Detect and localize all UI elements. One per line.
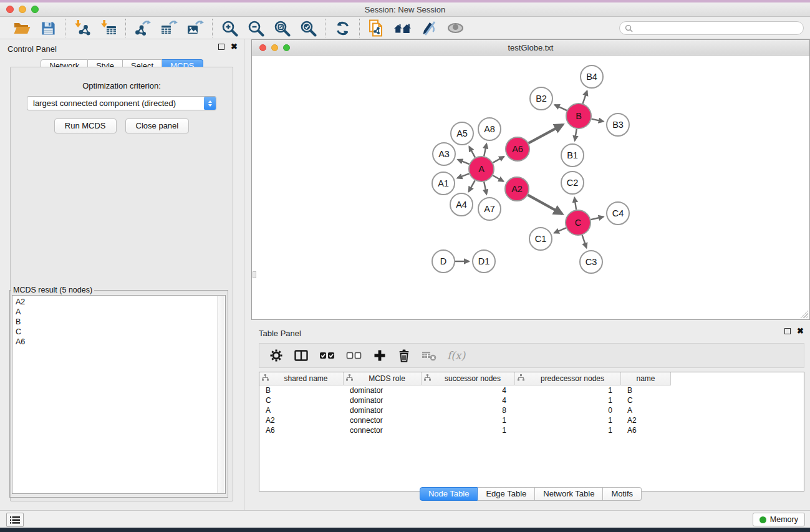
cell-mcds-role[interactable]: dominator (344, 396, 422, 405)
task-history-button[interactable] (6, 513, 24, 527)
mcds-result-item[interactable]: B (16, 317, 225, 327)
cell-predecessor-nodes[interactable]: 1 (515, 386, 621, 395)
node-A2[interactable]: A2 (505, 177, 529, 201)
edge-A6-B[interactable] (529, 125, 563, 143)
close-panel-button[interactable]: Close panel (125, 118, 190, 133)
edge-A-A2[interactable] (493, 175, 503, 181)
mcds-result-list[interactable]: A2ABCA6 (12, 295, 226, 494)
cell-predecessor-nodes[interactable]: 1 (515, 396, 621, 405)
edge-C-C3[interactable] (582, 235, 587, 248)
apply-layout-icon[interactable] (333, 19, 352, 37)
table-row-A[interactable]: Adominator80A (259, 405, 804, 415)
node-A7[interactable]: A7 (478, 198, 501, 220)
node-B4[interactable]: B4 (581, 65, 603, 88)
select-all-checkboxes-icon[interactable] (319, 347, 335, 364)
edge-A2-C[interactable] (528, 195, 562, 214)
cell-mcds-role[interactable]: connector (344, 416, 422, 425)
node-A[interactable]: A (469, 157, 494, 181)
save-session-icon[interactable] (39, 19, 57, 37)
column-header-shared-name[interactable]: shared name (259, 372, 344, 385)
edge-B-B1[interactable] (575, 129, 577, 141)
cell-successor-nodes[interactable]: 8 (422, 406, 515, 415)
hide-annotations-icon[interactable] (420, 19, 438, 37)
edge-B-B4[interactable] (583, 91, 587, 104)
cell-shared-name[interactable]: A2 (259, 416, 344, 425)
cell-name[interactable]: B (621, 386, 671, 395)
node-C4[interactable]: C4 (607, 202, 629, 225)
run-mcds-button[interactable]: Run MCDS (54, 118, 117, 133)
edge-A-A4[interactable] (469, 180, 475, 191)
criterion-dropdown[interactable]: largest connected component (directed) (27, 96, 216, 110)
memory-button[interactable]: Memory (753, 513, 805, 526)
delete-rows-trash-icon[interactable] (397, 347, 411, 364)
export-image-icon[interactable] (186, 19, 205, 37)
mcds-result-item[interactable]: A (16, 307, 225, 317)
edge-A-A5[interactable] (470, 147, 476, 158)
node-A1[interactable]: A1 (432, 172, 455, 195)
mcds-result-item[interactable]: A2 (16, 297, 225, 307)
network-graph[interactable]: AA1A2A3A4A5A6A7A8BB1B2B3B4CC1C2C3C4DD1 (253, 56, 809, 319)
export-network-icon[interactable] (133, 19, 152, 37)
node-D[interactable]: D (432, 250, 455, 273)
cell-shared-name[interactable]: B (259, 386, 344, 395)
import-network-icon[interactable] (73, 19, 92, 37)
import-table-icon[interactable] (99, 19, 118, 37)
table-row-B[interactable]: Bdominator41B (259, 385, 804, 395)
result-list-scrollbar[interactable] (217, 296, 224, 493)
mcds-result-item[interactable]: A6 (16, 337, 225, 347)
close-panel-icon[interactable]: ✖ (231, 44, 238, 50)
node-D1[interactable]: D1 (473, 250, 495, 273)
node-A3[interactable]: A3 (433, 143, 455, 165)
tab-motifs[interactable]: Motifs (603, 487, 642, 501)
cell-mcds-role[interactable]: connector (344, 426, 422, 435)
search-input[interactable] (636, 24, 798, 32)
deselect-all-checkboxes-icon[interactable] (346, 347, 362, 364)
add-row-plus-icon[interactable] (373, 347, 387, 364)
network-from-selection-icon[interactable] (367, 19, 386, 37)
edge-C-C4[interactable] (591, 217, 603, 220)
canvas-edge-grip[interactable] (253, 271, 256, 278)
column-header-name[interactable]: name (621, 372, 671, 385)
node-C[interactable]: C (566, 210, 591, 235)
column-header-predecessor-nodes[interactable]: predecessor nodes (515, 372, 621, 385)
zoom-fit-icon[interactable] (272, 19, 291, 37)
edge-A-A6[interactable] (493, 157, 504, 163)
export-table-icon[interactable] (160, 19, 178, 37)
node-A6[interactable]: A6 (506, 137, 529, 161)
node-A8[interactable]: A8 (478, 118, 501, 140)
zoom-in-icon[interactable] (220, 19, 239, 37)
cell-name[interactable]: A2 (621, 416, 671, 425)
cell-shared-name[interactable]: A (259, 406, 344, 415)
edge-A-A3[interactable] (458, 160, 469, 164)
show-column-icon[interactable] (294, 347, 309, 364)
close-table-panel-icon[interactable]: ✖ (797, 328, 804, 334)
cell-predecessor-nodes[interactable]: 0 (515, 406, 621, 415)
tab-edge-table[interactable]: Edge Table (478, 487, 535, 501)
cell-mcds-role[interactable]: dominator (344, 386, 422, 395)
table-row-A2[interactable]: A2connector11A2 (259, 415, 804, 425)
node-B1[interactable]: B1 (561, 144, 584, 167)
node-B2[interactable]: B2 (530, 87, 552, 110)
float-table-panel-icon[interactable] (784, 328, 791, 334)
column-header-mcds-role[interactable]: MCDS role (344, 372, 422, 385)
cell-shared-name[interactable]: A6 (259, 426, 344, 435)
cell-successor-nodes[interactable]: 1 (422, 416, 515, 425)
edge-A-A1[interactable] (458, 173, 470, 178)
zoom-selected-icon[interactable] (299, 19, 317, 37)
edge-B-B2[interactable] (555, 105, 567, 110)
node-A5[interactable]: A5 (451, 122, 473, 145)
edge-C-C2[interactable] (574, 198, 576, 210)
tab-node-table[interactable]: Node Table (420, 487, 478, 501)
cell-successor-nodes[interactable]: 4 (422, 386, 515, 395)
function-builder-icon[interactable]: f(x) (447, 347, 465, 364)
edge-B-B3[interactable] (592, 119, 604, 122)
table-options-gear-icon[interactable] (269, 347, 283, 364)
node-A4[interactable]: A4 (450, 193, 473, 216)
cell-predecessor-nodes[interactable]: 1 (515, 426, 621, 435)
edge-A-A7[interactable] (484, 182, 486, 195)
open-file-icon[interactable] (12, 19, 31, 37)
tab-network-table[interactable]: Network Table (535, 487, 603, 501)
cell-shared-name[interactable]: C (259, 396, 344, 405)
table-row-C[interactable]: Cdominator41C (259, 395, 804, 405)
cell-successor-nodes[interactable]: 4 (422, 396, 515, 405)
